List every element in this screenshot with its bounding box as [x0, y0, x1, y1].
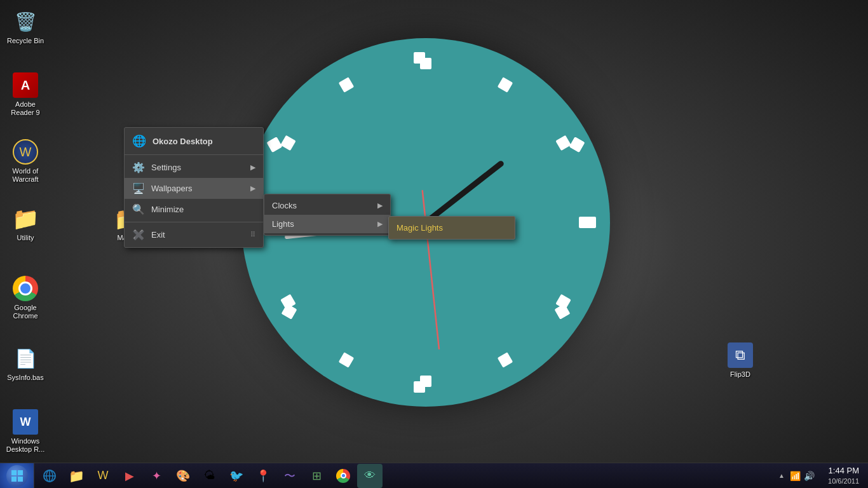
svg-rect-11 [267, 137, 283, 152]
wallpapers-menu-item[interactable]: 🖥️ Wallpapers ▶ [125, 178, 263, 199]
svg-rect-15 [579, 217, 590, 228]
desktop: 🗑️ Recycle Bin A Adobe Reader 9 W World … [0, 0, 868, 463]
context-menu-header: 🌐 Okozo Desktop [125, 130, 263, 152]
magic-lights-label: Magic Lights [397, 223, 443, 233]
windows-desktop-icon: W [13, 409, 38, 435]
taskbar-remote-icon[interactable]: ⊞ [304, 464, 329, 488]
taskbar-pink-icon[interactable]: ✦ [144, 464, 169, 488]
system-clock[interactable]: 1:44 PM 10/6/2011 [817, 465, 864, 487]
clock-time-display: 1:44 PM [829, 465, 859, 477]
adobe-reader-icon: A [13, 72, 38, 98]
exit-icon: ✖️ [132, 229, 145, 241]
taskbar-explorer-icon[interactable]: 📁 [64, 464, 89, 488]
wallpapers-submenu: Clocks ▶ Lights ▶ [264, 194, 391, 236]
desktop-icon-adobe[interactable]: A Adobe Reader 9 [3, 70, 48, 119]
taskbar-weather-icon[interactable]: 🌤 [197, 464, 222, 488]
svg-rect-7 [569, 137, 585, 152]
context-menu: 🌐 Okozo Desktop ⚙️ Settings ▶ 🖥️ Wallpap… [124, 127, 264, 248]
desktop-icon-chrome[interactable]: Google Chrome [3, 273, 48, 323]
svg-rect-29 [18, 470, 23, 475]
sysinfo-icon: 📄 [13, 346, 38, 371]
svg-rect-18 [420, 376, 431, 387]
lights-arrow: ▶ [377, 220, 383, 228]
desktop-icon-wow[interactable]: W World of Warcraft [3, 137, 48, 186]
settings-arrow: ▶ [250, 163, 255, 172]
taskbar-wow-icon[interactable]: W [90, 464, 116, 488]
recycle-bin-label: Recycle Bin [7, 37, 44, 45]
adobe-reader-label: Adobe Reader 9 [6, 100, 45, 117]
wallpapers-arrow: ▶ [250, 184, 255, 193]
windows-logo-icon [6, 465, 28, 487]
svg-rect-12 [420, 58, 431, 69]
taskbar-eye-icon[interactable]: 👁 [357, 464, 383, 488]
recycle-bin-icon: 🗑️ [13, 9, 38, 34]
svg-line-24 [426, 164, 501, 222]
start-button[interactable] [0, 463, 34, 489]
wow-label: World of Warcraft [6, 167, 45, 184]
settings-menu-item[interactable]: ⚙️ Settings ▶ [125, 157, 263, 178]
minimize-icon: 🔍 [132, 203, 145, 215]
lights-submenu: Magic Lights [388, 216, 515, 240]
desktop-icon-recycle-bin[interactable]: 🗑️ Recycle Bin [3, 6, 48, 48]
tray-expand-button[interactable]: ▲ [776, 471, 787, 480]
lights-submenu-item[interactable]: Lights ▶ [264, 215, 390, 233]
svg-rect-14 [555, 135, 571, 151]
clock-date-display: 10/6/2011 [828, 477, 859, 486]
utility-folder-icon: 📁 [13, 206, 38, 231]
sysinfo-label: SysInfo.bas [7, 374, 43, 382]
magic-lights-item[interactable]: Magic Lights [389, 219, 515, 237]
wallpapers-label: Wallpapers [151, 184, 193, 193]
taskbar-jabber-icon[interactable]: 〜 [277, 464, 302, 488]
svg-rect-23 [339, 77, 355, 93]
clocks-arrow: ▶ [377, 201, 383, 210]
taskbar-chrome-icon[interactable] [330, 464, 356, 488]
flip3d-label: Flip3D [730, 370, 750, 379]
clocks-label: Clocks [272, 201, 297, 210]
clocks-submenu-item[interactable]: Clocks ▶ [264, 196, 390, 215]
desktop-icon-flip3d[interactable]: ⧉ Flip3D [718, 340, 763, 381]
chrome-icon [13, 276, 38, 301]
utility-label: Utility [17, 234, 34, 242]
taskbar: 📁 W ▶ ✦ 🎨 🌤 🐦 📍 〜 ⊞ 👁 ▲ 📶 🔊 1:4 [0, 463, 868, 488]
tray-volume-icon[interactable]: 🔊 [803, 470, 815, 482]
taskbar-twitter-icon[interactable]: 🐦 [224, 464, 249, 488]
svg-rect-13 [498, 77, 513, 93]
settings-label: Settings [151, 163, 181, 172]
context-menu-title: Okozo Desktop [153, 137, 213, 146]
chrome-label: Google Chrome [6, 304, 45, 320]
tray-network-icon[interactable]: 📶 [789, 470, 801, 482]
exit-label: Exit [151, 230, 165, 240]
desktop-icon-windows-desktop[interactable]: W Windows Desktop R... [3, 407, 48, 456]
menu-separator-1 [125, 154, 263, 155]
taskbar-icons: 📁 W ▶ ✦ 🎨 🌤 🐦 📍 〜 ⊞ 👁 [34, 464, 772, 488]
lights-label: Lights [272, 219, 294, 229]
svg-rect-19 [339, 352, 355, 368]
taskbar-paint-icon[interactable]: 🎨 [170, 464, 196, 488]
monitor-icon: 🖥️ [132, 182, 145, 194]
flip3d-icon: ⧉ [728, 342, 753, 368]
windows-desktop-label: Windows Desktop R... [6, 437, 45, 454]
gear-icon: ⚙️ [132, 161, 145, 173]
taskbar-ie-icon[interactable] [37, 464, 62, 488]
context-menu-main: 🌐 Okozo Desktop ⚙️ Settings ▶ 🖥️ Wallpap… [124, 127, 264, 248]
svg-rect-22 [280, 135, 296, 151]
desktop-icon-sysinfo[interactable]: 📄 SysInfo.bas [3, 343, 48, 384]
wow-icon: W [13, 139, 38, 165]
taskbar-maps-icon[interactable]: 📍 [250, 464, 276, 488]
minimize-label: Minimize [151, 205, 184, 214]
exit-menu-item[interactable]: ✖️ Exit ⠿ [125, 224, 263, 245]
taskbar-media-icon[interactable]: ▶ [117, 464, 142, 488]
svg-rect-16 [555, 294, 571, 310]
minimize-menu-item[interactable]: 🔍 Minimize [125, 199, 263, 220]
system-tray: ▲ 📶 🔊 1:44 PM 10/6/2011 [772, 463, 868, 489]
svg-rect-17 [498, 352, 513, 368]
menu-separator-2 [125, 222, 263, 222]
globe-icon: 🌐 [132, 134, 146, 148]
svg-rect-28 [11, 470, 17, 475]
svg-rect-30 [11, 477, 17, 482]
svg-rect-20 [280, 294, 296, 310]
svg-rect-31 [18, 477, 23, 482]
desktop-icon-utility[interactable]: 📁 Utility [3, 203, 48, 245]
